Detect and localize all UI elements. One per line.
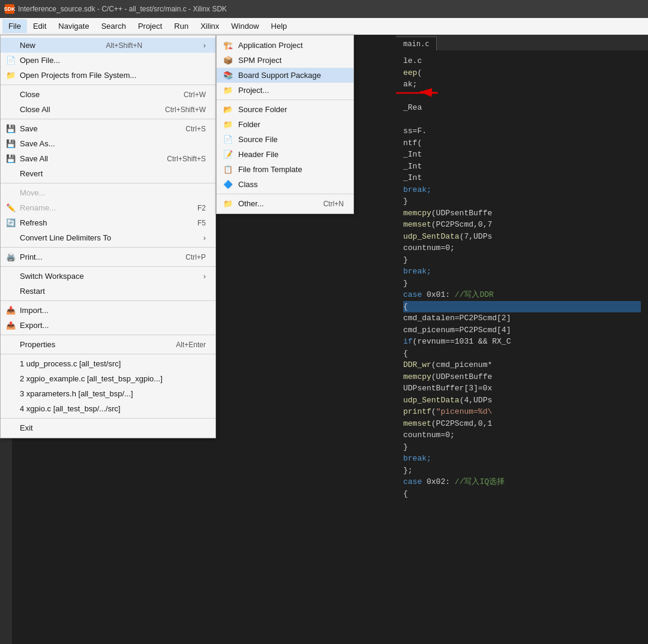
file-menu-item-save-as[interactable]: 💾Save As... [1,136,215,151]
code-line: ak; [403,79,641,91]
submenu-arrow-icon: › [194,233,206,242]
menu-item-help[interactable]: Help [265,19,293,33]
file-menu-item-close-all[interactable]: Close AllCtrl+Shift+W [1,102,215,117]
menu-item-project[interactable]: Project [132,19,168,33]
file-menu-item-revert[interactable]: Revert [1,166,215,181]
file-menu-item-import[interactable]: 📥Import... [1,303,215,318]
menu-item-edit[interactable]: Edit [27,19,52,33]
menu-item-xilinx[interactable]: Xilinx [194,19,225,33]
menu-item-navigate[interactable]: Navigate [52,19,95,33]
submenu-item-icon: 📋 [221,164,235,175]
submenu-item-label: Source File [238,135,278,144]
new-submenu-item-source-file[interactable]: 📄Source File [217,132,353,147]
code-line: { [403,348,641,360]
new-submenu-item-project[interactable]: 📁Project... [217,83,353,98]
submenu-arrow-icon: › [194,41,206,50]
code-line: ntf( [403,137,641,149]
menu-item-run[interactable]: Run [168,19,194,33]
submenu-item-label: SPM Project [238,56,281,65]
menu-item-label: Save All [20,154,48,163]
file-menu-item-properties[interactable]: PropertiesAlt+Enter [1,337,215,352]
file-menu-item-move: Move... [1,185,215,200]
menu-separator [1,183,215,183]
editor-tab[interactable]: main.c [396,37,437,50]
menu-item-shortcut: F2 [178,204,206,212]
file-menu-item-convert[interactable]: Convert Line Delimiters To› [1,230,215,245]
file-menu-item-export[interactable]: 📤Export... [1,318,215,333]
file-menu-item-refresh[interactable]: 🔄RefreshF5 [1,215,215,230]
menu-separator [1,354,215,354]
menu-item-label: Export... [20,321,49,330]
submenu-item-icon: 📂 [221,104,235,115]
menu-item-label: Restart [20,287,45,296]
new-submenu-item-folder[interactable]: 📁Folder [217,117,353,132]
file-menu-item-open-projects[interactable]: 📁Open Projects from File System... [1,68,215,83]
code-line: memcpy(UDPsentBuffe [403,371,641,383]
code-line: break; [403,453,641,465]
new-submenu-item-spm-project[interactable]: 📦SPM Project [217,53,353,68]
file-menu-item-recent4[interactable]: 4 xgpio.c [all_test_bsp/.../src] [1,401,215,416]
menu-separator [1,266,215,267]
new-submenu-item-header-file[interactable]: 📝Header File [217,147,353,162]
tab-bar: main.c [396,35,648,50]
menu-item-label: 2 xgpio_example.c [all_test_bsp_xgpio...… [20,374,163,383]
code-line: } [403,441,641,453]
code-line: break; [403,184,641,196]
new-submenu-item-board-support[interactable]: 📚Board Support Package [217,68,353,83]
submenu-item-icon: 📁 [221,85,235,96]
menu-item-label: Revert [20,169,43,178]
title-bar: SDK Interference_source.sdk - C/C++ - al… [0,0,648,18]
menu-separator [1,247,215,248]
code-line: countnum=0; [403,242,641,254]
menu-item-label: Print... [20,252,43,261]
code-line: udp_SentData(7,UDPs [403,231,641,243]
code-line: if(revnum==1031 && RX_C [403,336,641,348]
file-menu-item-recent1[interactable]: 1 udp_process.c [all_test/src] [1,356,215,371]
code-line: } [403,195,641,207]
submenu-item-icon: 📄 [221,134,235,145]
code-line: memset(PC2PScmd,0,1 [403,418,641,430]
file-menu-item-save-all[interactable]: 💾Save AllCtrl+Shift+S [1,151,215,166]
menu-item-file[interactable]: File [2,19,27,33]
file-menu-item-save[interactable]: 💾SaveCtrl+S [1,121,215,136]
file-menu-item-close[interactable]: CloseCtrl+W [1,87,215,102]
submenu-item-label: File from Template [238,165,302,174]
new-submenu-item-source-folder[interactable]: 📂Source Folder [217,102,353,117]
file-menu-item-open-file[interactable]: 📄Open File... [1,53,215,68]
file-menu-item-switch-workspace[interactable]: Switch Workspace› [1,269,215,284]
code-line: cmd_picenum=PC2PScmd[4] [403,324,641,336]
new-submenu-item-file-from-template[interactable]: 📋File from Template [217,162,353,177]
menu-item-label: Close All [20,105,50,114]
code-line: case 0x02: //写入IQ选择 [403,476,641,488]
code-line: { [403,488,641,500]
code-line: _Int [403,172,641,184]
submenu-item-icon: 🏗️ [221,40,235,51]
window-title: Interference_source.sdk - C/C++ - all_te… [18,5,227,13]
file-menu-item-restart[interactable]: Restart [1,284,215,299]
menu-item-label: Properties [20,340,55,349]
file-menu-item-recent3[interactable]: 3 xparameters.h [all_test_bsp/...] [1,386,215,401]
menu-item-search[interactable]: Search [95,19,132,33]
file-menu-item-recent2[interactable]: 2 xgpio_example.c [all_test_bsp_xgpio...… [1,371,215,386]
menu-item-label: Move... [20,188,46,197]
menu-separator [1,119,215,119]
code-line: }; [403,465,641,477]
menu-item-shortcut: F5 [178,219,206,227]
new-submenu-item-class[interactable]: 🔷Class [217,177,353,192]
menu-item-shortcut: Ctrl+Shift+S [148,155,206,163]
menu-item-label: Import... [20,306,49,315]
file-menu-item-print[interactable]: 🖨️Print...Ctrl+P [1,249,215,264]
new-submenu-item-other[interactable]: 📁Other...Ctrl+N [217,196,353,211]
code-line: _Int [403,161,641,173]
menu-separator [1,300,215,301]
code-line: _Int [403,149,641,161]
menu-item-label: Convert Line Delimiters To [20,233,111,242]
menu-item-window[interactable]: Window [225,19,265,33]
file-menu-item-new[interactable]: NewAlt+Shift+N› [1,38,215,53]
menu-item-label: 1 udp_process.c [all_test/src] [20,359,121,368]
new-submenu-item-application-project[interactable]: 🏗️Application Project [217,38,353,53]
code-line [403,91,641,103]
code-line: } [403,278,641,290]
file-menu-item-exit[interactable]: Exit [1,420,215,435]
submenu-arrow-icon: › [194,272,206,281]
